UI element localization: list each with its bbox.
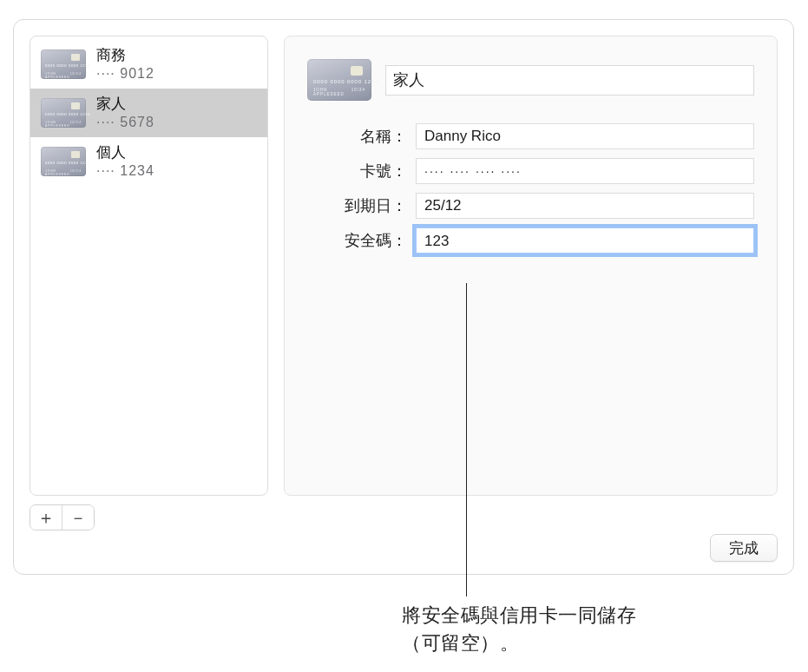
add-card-button[interactable]: ＋: [30, 505, 62, 530]
card-description-input[interactable]: [385, 65, 754, 96]
card-number-input[interactable]: [416, 158, 754, 184]
card-item-title: 商務: [96, 46, 154, 64]
card-list: 0000 0000 0000 1234 JOHN APPLESEED10/24 …: [30, 36, 268, 496]
callout-line-1: 將安全碼與信用卡一同儲存: [402, 604, 636, 626]
card-item-personal[interactable]: 0000 0000 0000 1234 JOHN APPLESEED10/24 …: [30, 137, 267, 186]
card-item-family[interactable]: 0000 0000 0000 1234 JOHN APPLESEED10/24 …: [30, 89, 267, 137]
add-remove-control: ＋ －: [30, 504, 95, 530]
credit-card-large-icon: 0000 0000 0000 1234 JOHN APPLESEED10/24: [307, 59, 371, 101]
title-row: 0000 0000 0000 1234 JOHN APPLESEED10/24: [307, 59, 754, 101]
callout-leader-line: [466, 283, 467, 596]
done-button[interactable]: 完成: [710, 534, 778, 562]
card-item-subtitle: ···· 9012: [96, 65, 154, 82]
card-item-subtitle: ···· 1234: [96, 162, 154, 180]
cvv-input[interactable]: 123: [416, 227, 754, 254]
expiry-label: 到期日：: [307, 195, 407, 216]
expiry-input[interactable]: [416, 193, 754, 219]
name-label: 名稱：: [307, 126, 407, 147]
credit-card-icon: 0000 0000 0000 1234 JOHN APPLESEED10/24: [41, 49, 86, 79]
callout-line-2: （可留空）。: [402, 632, 519, 654]
card-item-business[interactable]: 0000 0000 0000 1234 JOHN APPLESEED10/24 …: [30, 40, 267, 89]
callout-text: 將安全碼與信用卡一同儲存 （可留空）。: [402, 602, 749, 657]
content-row: 0000 0000 0000 1234 JOHN APPLESEED10/24 …: [30, 36, 778, 496]
remove-card-button[interactable]: －: [62, 505, 94, 530]
card-item-subtitle: ···· 5678: [96, 114, 154, 131]
card-item-title: 個人: [96, 143, 154, 161]
autofill-cards-window: 0000 0000 0000 1234 JOHN APPLESEED10/24 …: [13, 19, 794, 575]
credit-card-icon: 0000 0000 0000 1234 JOHN APPLESEED10/24: [41, 147, 86, 176]
cvv-input-wrapper[interactable]: 123: [416, 227, 754, 254]
card-detail-panel: 0000 0000 0000 1234 JOHN APPLESEED10/24 …: [284, 36, 778, 496]
number-label: 卡號：: [307, 161, 407, 181]
card-item-title: 家人: [96, 95, 154, 113]
cardholder-name-input[interactable]: [416, 123, 754, 149]
cvv-label: 安全碼：: [307, 230, 407, 251]
credit-card-icon: 0000 0000 0000 1234 JOHN APPLESEED10/24: [41, 98, 86, 128]
form-rows: 名稱： 卡號： 到期日： 安全碼： 123: [307, 123, 754, 254]
